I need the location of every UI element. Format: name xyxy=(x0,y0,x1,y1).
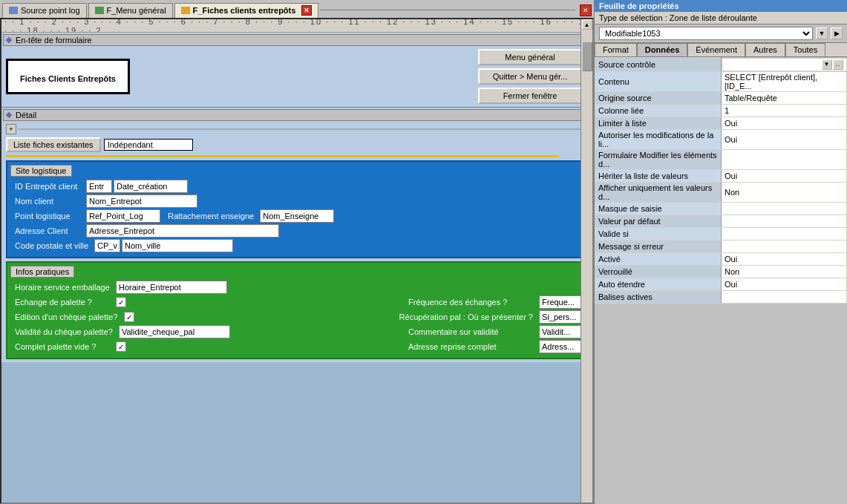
date-creation-input[interactable] xyxy=(114,180,188,193)
prop-value[interactable]: Oui xyxy=(722,169,847,182)
tab-label-menu: F_Menu général xyxy=(107,6,166,15)
tab-source-point-log[interactable]: Source point log xyxy=(2,3,87,18)
right-panel: Feuille de propriétés Type de sélection … xyxy=(594,0,847,504)
prop-value[interactable]: Oui xyxy=(722,129,847,149)
form-container: · · 1 · · · 2 · · · 3 · · · 4 · · · 5 · … xyxy=(0,18,594,504)
action-buttons: Menu général Quitter > Menu gér... Ferme… xyxy=(478,49,588,104)
edition-checkbox[interactable]: ✓ xyxy=(124,312,134,322)
row-indicator: + xyxy=(6,124,588,134)
prop-label: Afficher uniquement les valeurs d... xyxy=(595,182,722,202)
ref-point-log-input[interactable] xyxy=(86,209,160,223)
tab-donnees[interactable]: Données xyxy=(637,43,687,56)
complet-checkbox[interactable]: ✓ xyxy=(116,341,126,352)
property-row: Masque de saisie xyxy=(595,202,847,215)
tab-close-button[interactable]: ✕ xyxy=(301,5,312,16)
prop-value[interactable]: Non xyxy=(722,182,847,202)
window-close-button[interactable]: ✕ xyxy=(580,4,592,16)
edition-recuperation-row: Edition d'un chèque palette? ✓ Récupérat… xyxy=(10,310,583,324)
scroll-up-arrow[interactable]: ▲ xyxy=(582,19,592,30)
subtitle-value: Zone de liste déroulante xyxy=(670,13,757,22)
prop-value[interactable]: 1 xyxy=(722,104,847,117)
frequence-label: Fréquence des échanges ? xyxy=(404,295,537,309)
vertical-scrollbar[interactable]: ▲ xyxy=(581,19,592,503)
adresse-client-row: Adresse Client xyxy=(10,224,583,238)
echange-checkbox[interactable]: ✓ xyxy=(116,297,126,307)
property-row: Formulaire Modifier les éléments d... xyxy=(595,149,847,169)
source-dropdown-arrow[interactable]: ▼ xyxy=(822,59,832,70)
prop-value[interactable] xyxy=(722,149,847,169)
prop-value[interactable]: SELECT [Entrepôt client],[ID_E... xyxy=(722,71,847,91)
id-entrepot-input[interactable] xyxy=(86,180,112,193)
validite-label: Validité du chèque palette? xyxy=(10,325,117,338)
recuperation-input[interactable] xyxy=(539,310,583,324)
main-area: Source point log F_Menu général F_Fiches… xyxy=(0,0,594,504)
property-row: Autoriser les modifications de la li... … xyxy=(595,129,847,149)
adresse-reprise-label: Adresse reprise complet xyxy=(404,340,537,353)
entete-label: En-tête de formulaire xyxy=(16,36,92,45)
prop-label: Origine source xyxy=(595,91,722,104)
echange-label: Echange de palette ? xyxy=(10,295,114,309)
properties-scroll[interactable]: Source contrôle ▼ ... Contenu SELECT [En… xyxy=(595,57,847,504)
modifiable-select[interactable]: Modifiable1053 xyxy=(599,27,813,40)
tab-icon-menu xyxy=(95,7,104,14)
validite-input[interactable] xyxy=(119,325,230,338)
prop-value[interactable] xyxy=(722,240,847,252)
menu-general-button[interactable]: Menu général xyxy=(478,49,582,65)
prop-value[interactable]: Oui xyxy=(722,278,847,290)
tab-autres[interactable]: Autres xyxy=(745,43,785,56)
horaire-input[interactable] xyxy=(116,281,227,294)
prop-value[interactable]: Oui xyxy=(722,252,847,265)
complet-label: Complet palette vide ? xyxy=(10,340,114,353)
entete-header: En-tête de formulaire xyxy=(3,34,591,46)
prop-label: Limiter à liste xyxy=(595,117,722,129)
fermer-button[interactable]: Fermer fenêtre xyxy=(478,88,582,104)
nom-ville-input[interactable] xyxy=(122,239,233,252)
prop-value[interactable]: ▼ ... xyxy=(722,58,847,71)
prop-value[interactable]: Oui xyxy=(722,117,847,129)
property-row: Activé Oui xyxy=(595,252,847,265)
code-postale-label: Code postale et ville xyxy=(10,239,93,252)
modifiable-next-icon[interactable]: ▶ xyxy=(831,27,843,39)
nom-enseigne-input[interactable] xyxy=(260,209,334,223)
nom-client-input[interactable] xyxy=(86,194,197,208)
nom-client-row: Nom client xyxy=(10,194,583,208)
tab-evenement[interactable]: Événement xyxy=(687,43,745,56)
prop-value[interactable] xyxy=(722,290,847,303)
adresse-input[interactable] xyxy=(86,224,279,238)
quitter-button[interactable]: Quitter > Menu gér... xyxy=(478,68,582,85)
detail-diamond-icon xyxy=(6,112,12,118)
property-row: Afficher uniquement les valeurs d... Non xyxy=(595,182,847,202)
subtitle-label: Type de sélection : xyxy=(599,13,667,22)
adresse-client-label: Adresse Client xyxy=(10,224,85,238)
expand-icon[interactable]: + xyxy=(6,124,16,134)
cp-ville-input[interactable] xyxy=(94,239,120,252)
commentaire-input[interactable] xyxy=(539,325,583,338)
prop-value[interactable] xyxy=(722,227,847,240)
detail-section: Détail + Liste fiches existantes Indépen… xyxy=(1,108,592,362)
tab-format[interactable]: Format xyxy=(595,43,637,56)
tab-icon-fiches xyxy=(181,7,190,14)
tab-spacer xyxy=(320,10,575,10)
liste-fiches-button[interactable]: Liste fiches existantes xyxy=(6,137,101,152)
independant-field[interactable]: Indépendant xyxy=(104,139,193,151)
horaire-row: Horaire service emballage xyxy=(10,281,583,294)
tab-toutes[interactable]: Toutes xyxy=(785,43,825,56)
prop-label: Masque de saisie xyxy=(595,202,722,215)
source-build-icon[interactable]: ... xyxy=(833,59,843,70)
property-row: Hériter la liste de valeurs Oui xyxy=(595,169,847,182)
modifiable-row: Modifiable1053 ▼ ▶ xyxy=(595,24,847,43)
commentaire-label: Commentaire sur validité xyxy=(404,325,537,338)
tab-f-fiches-clients[interactable]: F_Fiches clients entrepôts ✕ xyxy=(174,3,319,18)
scroll-thumb[interactable] xyxy=(582,42,592,71)
frequence-input[interactable] xyxy=(539,295,583,309)
prop-value[interactable] xyxy=(722,215,847,227)
tab-f-menu-general[interactable]: F_Menu général xyxy=(88,3,173,18)
prop-value[interactable]: Table/Requête xyxy=(722,91,847,104)
prop-value[interactable]: Non xyxy=(722,265,847,278)
id-entrepot-label: ID Entrepôt client xyxy=(10,180,85,193)
prop-value[interactable] xyxy=(722,202,847,215)
prop-label: Hériter la liste de valeurs xyxy=(595,169,722,182)
modifiable-dropdown-arrow[interactable]: ▼ xyxy=(816,27,828,39)
adresse-reprise-input[interactable] xyxy=(539,340,583,353)
echange-frequence-row: Echange de palette ? ✓ Fréquence des éch… xyxy=(10,295,583,309)
